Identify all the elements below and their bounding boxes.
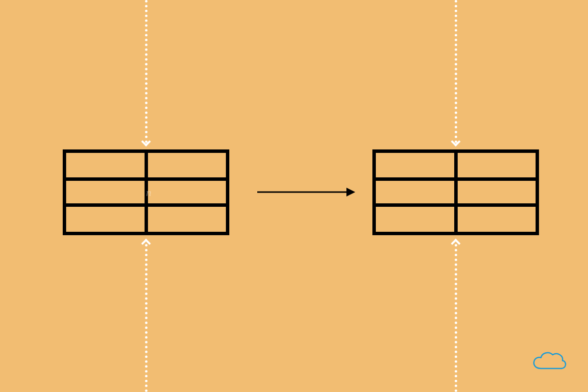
guide-right-bottom (455, 244, 457, 392)
chevron-up-icon (141, 239, 151, 248)
diagram-canvas: n (0, 0, 588, 392)
grid-left-row-divider-2 (66, 203, 226, 207)
grid-left (63, 149, 229, 235)
guide-left-top (145, 0, 147, 143)
chevron-down-icon (141, 137, 151, 147)
chevron-up-icon (451, 239, 461, 248)
arrow-line (257, 192, 349, 193)
grid-left-row-divider-1 (66, 177, 226, 181)
grid-right-row-divider-1 (376, 177, 536, 181)
arrow-right-icon (346, 188, 355, 196)
guide-right-top (455, 0, 457, 143)
arrow-right (257, 191, 355, 193)
grid-right-row-divider-2 (376, 203, 536, 207)
guide-left-bottom (145, 244, 147, 392)
chevron-down-icon (451, 137, 461, 147)
grid-right (372, 149, 539, 235)
cloud-icon (530, 349, 568, 372)
